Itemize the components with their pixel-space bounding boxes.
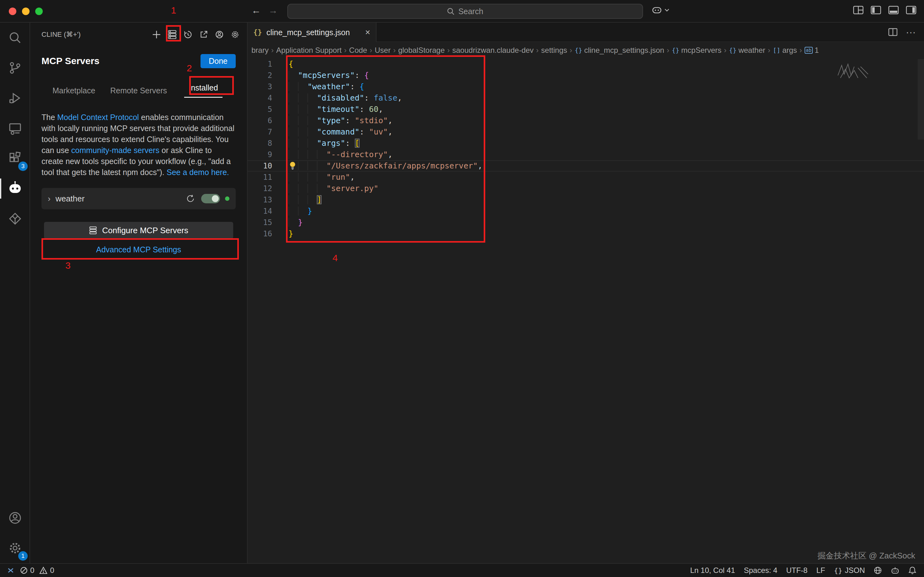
more-actions-icon[interactable]: ··· — [906, 26, 916, 38]
done-button[interactable]: Done — [200, 54, 236, 68]
globe-icon[interactable] — [874, 566, 882, 574]
activity-cline[interactable] — [0, 174, 30, 204]
history-icon[interactable] — [182, 29, 194, 40]
activity-extensions[interactable]: 3 — [0, 143, 30, 174]
close-window-button[interactable] — [9, 8, 16, 15]
breadcrumb-item[interactable]: ab1 — [804, 46, 819, 55]
breadcrumb-label: args — [782, 46, 797, 55]
breadcrumb-item[interactable]: settings — [540, 46, 568, 55]
cline-status-icon[interactable] — [891, 566, 900, 574]
breadcrumb-item[interactable]: brary — [251, 46, 269, 55]
tab-remote-servers[interactable]: Remote Servers — [106, 86, 171, 95]
editor-scrollbar[interactable] — [918, 59, 924, 140]
advanced-mcp-settings-link[interactable]: Advanced MCP Settings — [42, 245, 236, 254]
code-line[interactable]: 6 "type": "stdio", — [248, 115, 924, 126]
forward-arrow-icon[interactable]: → — [268, 5, 278, 16]
code-line[interactable]: 7 "command": "uv", — [248, 126, 924, 138]
customize-layout-icon[interactable] — [853, 6, 864, 15]
activity-extension-diamond[interactable] — [0, 204, 30, 234]
status-utf-8[interactable]: UTF-8 — [786, 566, 807, 575]
activity-run-debug[interactable] — [0, 83, 30, 113]
breadcrumb-item[interactable]: {}cline_mcp_settings.json — [574, 46, 665, 55]
remote-indicator-icon[interactable] — [5, 566, 14, 574]
new-task-icon[interactable] — [151, 29, 162, 40]
command-center-search[interactable]: Search — [287, 4, 643, 19]
symbol-obj-icon: {} — [672, 47, 679, 54]
activity-search[interactable] — [0, 23, 30, 53]
code-line[interactable]: 4 "disabled": false, — [248, 92, 924, 104]
code-line[interactable]: 8 "args": [ — [248, 138, 924, 149]
close-tab-icon[interactable]: × — [365, 27, 370, 37]
zoom-window-button[interactable] — [35, 8, 43, 15]
code-line[interactable]: 9 "--directory", — [248, 149, 924, 160]
breadcrumb-item[interactable]: {}mcpServers — [671, 46, 722, 55]
code-line[interactable]: 1{ — [248, 58, 924, 70]
code-line[interactable]: 3 "weather": { — [248, 81, 924, 92]
code-line[interactable]: 2 "mcpServers": { — [248, 70, 924, 81]
code-text: { — [289, 58, 293, 70]
sidebar-header: CLINE (⌘+') — [30, 23, 247, 47]
extensions-badge: 3 — [18, 161, 27, 171]
restart-server-icon[interactable] — [185, 193, 196, 204]
server-enabled-toggle[interactable] — [201, 194, 220, 203]
tab-cline-mcp-settings[interactable]: {} cline_mcp_settings.json × — [248, 23, 377, 42]
description-link[interactable]: See a demo here. — [166, 168, 229, 177]
cline-sidebar: CLINE (⌘+') MCP Servers Done Marketplace… — [30, 23, 248, 563]
toggle-panel-icon[interactable] — [888, 6, 899, 15]
activity-remote-explorer[interactable] — [0, 113, 30, 143]
breadcrumb-item[interactable]: globalStorage — [398, 46, 445, 55]
code-line[interactable]: 15 } — [248, 217, 924, 228]
bell-icon[interactable] — [908, 566, 916, 575]
activity-source-control[interactable] — [0, 53, 30, 83]
breadcrumb-item[interactable]: {}weather — [729, 46, 766, 55]
server-row-weather[interactable]: › weather — [42, 188, 236, 209]
line-number: 8 — [248, 138, 272, 149]
lightbulb-icon[interactable] — [289, 161, 296, 170]
open-in-new-icon[interactable] — [198, 29, 209, 40]
code-text: "mcpServers": { — [289, 70, 369, 81]
configure-mcp-servers-button[interactable]: Configure MCP Servers — [44, 222, 233, 239]
breadcrumb-item[interactable]: Application Support — [276, 46, 342, 55]
line-number: 9 — [248, 149, 272, 160]
mcp-servers-icon[interactable] — [166, 29, 178, 40]
breadcrumb-item[interactable]: []args — [772, 46, 798, 55]
toggle-secondary-sidebar-icon[interactable] — [906, 6, 916, 15]
code-line[interactable]: 11 "run", — [248, 172, 924, 183]
breadcrumb-item[interactable]: User — [374, 46, 391, 55]
code-text: } — [289, 228, 293, 240]
code-line[interactable]: 10 "/Users/zackfair/apps/mcpserver", — [248, 160, 924, 172]
description-link[interactable]: community-made servers — [71, 146, 160, 155]
mcp-description: The Model Context Protocol enables commu… — [42, 112, 236, 178]
copilot-menu[interactable] — [651, 5, 669, 15]
code-line[interactable]: 16} — [248, 228, 924, 240]
gear-icon[interactable] — [229, 29, 241, 40]
toggle-primary-sidebar-icon[interactable] — [871, 6, 881, 15]
tab-installed[interactable]: Installed — [171, 83, 236, 98]
status-lf[interactable]: LF — [816, 566, 825, 575]
status-json[interactable]: {}JSON — [834, 566, 865, 575]
account-icon[interactable] — [214, 29, 225, 40]
run-debug-icon — [8, 90, 23, 106]
description-link[interactable]: Model Context Protocol — [57, 113, 139, 122]
activity-settings[interactable]: 1 — [0, 533, 30, 563]
breadcrumb-item[interactable]: Code — [348, 46, 368, 55]
tab-marketplace[interactable]: Marketplace — [42, 86, 106, 95]
search-icon — [8, 30, 23, 45]
code-line[interactable]: 14 } — [248, 206, 924, 217]
line-number: 15 — [248, 217, 272, 228]
code-line[interactable]: 12 "server.py" — [248, 183, 924, 194]
code-line[interactable]: 5 "timeout": 60, — [248, 104, 924, 115]
activity-accounts[interactable] — [0, 503, 30, 533]
status-spaces-4[interactable]: Spaces: 4 — [744, 566, 777, 575]
cline-icon — [7, 181, 23, 197]
back-arrow-icon[interactable]: ← — [252, 5, 261, 16]
status-ln-10-col-41[interactable]: Ln 10, Col 41 — [690, 566, 735, 575]
problems-indicator[interactable]: 0 0 — [20, 566, 54, 575]
minimize-window-button[interactable] — [22, 8, 29, 15]
breadcrumb-item[interactable]: saoudrizwan.claude-dev — [452, 46, 534, 55]
line-number: 11 — [248, 172, 272, 183]
code-area[interactable]: 1{2 "mcpServers": {3 "weather": {4 "disa… — [248, 58, 924, 240]
split-editor-icon[interactable] — [888, 28, 898, 36]
code-line[interactable]: 13 ] — [248, 194, 924, 206]
chevron-right-icon: › — [445, 46, 452, 55]
